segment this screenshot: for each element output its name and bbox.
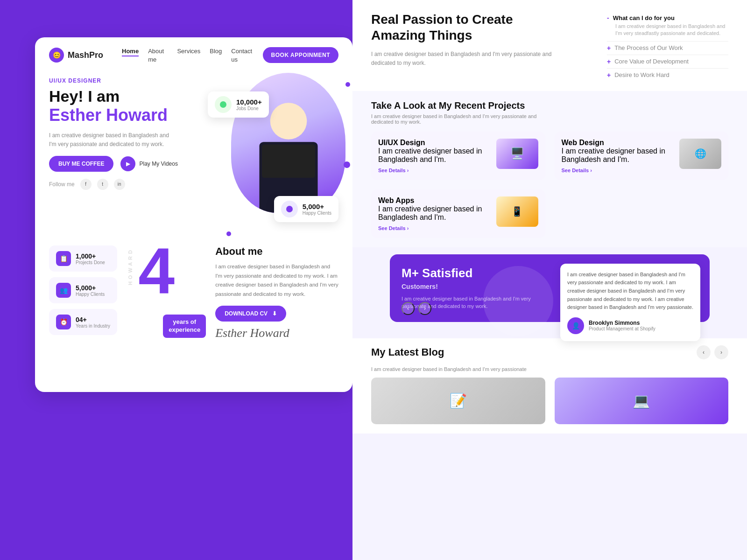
see-details-uiux[interactable]: See Details › [378,168,491,173]
projects-icon: 📋 [56,251,71,266]
project-info-webdesign: Web Design I am creative designer based … [562,139,674,173]
passion-inner: Real Passion to Create Amazing Things I … [371,12,728,82]
stat-label-jobs: Jobs Done [236,106,262,111]
clients-mini-icon: 👥 [56,283,71,298]
stat-num-clients: 5,000+ [303,203,331,210]
testimonial-blob [483,266,553,336]
stats-column: 📋 1,000+ Projects Done 👥 5,000+ Happy Cl… [49,245,117,340]
mini-stat-clients-info: 5,000+ Happy Clients [76,284,105,297]
accordion-item-3[interactable]: + Desire to Work Hard [607,69,728,82]
blog-prev-button[interactable]: ‹ [697,345,711,359]
linkedin-icon[interactable]: in [114,179,125,190]
twitter-icon[interactable]: t [97,179,108,190]
blog-card-1[interactable]: 📝 [371,378,545,424]
stat-info-jobs: 10,000+ Jobs Done [236,98,262,111]
blog-next-button[interactable]: › [714,345,728,359]
years-icon: ⏰ [56,315,71,329]
main-left-card: 😊 MashPro Home About me Services Blog Co… [35,37,352,392]
about-section: 📋 1,000+ Projects Done 👥 5,000+ Happy Cl… [35,236,352,350]
testimonial-author: 👤 Brooklyn Simmons Product Management at… [567,317,693,334]
svg-rect-4 [261,145,315,178]
hero-description: I am creative designer based in Banglade… [49,131,170,149]
download-icon: ⬇ [272,310,277,317]
stat-circle-jobs [215,96,232,113]
jobs-icon [219,100,227,109]
facebook-icon[interactable]: f [80,179,92,190]
stat-card-clients: 5,000+ Happy Clients [274,196,338,222]
project-card-webapps: Web Apps I am creative designer based in… [371,189,545,238]
testimonial-card-text: I am creative designer based in Banglade… [567,271,693,312]
years-badge: years ofexperience [163,315,206,338]
nav-item-contact[interactable]: Contact us [231,47,253,63]
blog-description: I am creative designer based in Banglade… [371,366,728,372]
big-number-area: 4 HOWARD years ofexperience [127,245,206,340]
svg-point-6 [286,206,293,212]
blog-grid: 📝 💻 [371,378,728,424]
howard-watermark: HOWARD [127,248,133,285]
accordion-item-1[interactable]: + The Process of Our Work [607,42,728,55]
blog-section: My Latest Blog ‹ › I am creative designe… [352,338,747,434]
nav-item-about[interactable]: About me [148,47,168,63]
testimonial-prev-button[interactable]: ‹ [402,302,415,315]
dot-4 [226,231,231,236]
stat-info-clients: 5,000+ Happy Clients [303,203,331,216]
right-panel: Real Passion to Create Amazing Things I … [352,0,747,560]
accordion-item-2[interactable]: + Core Value of Development [607,55,728,69]
logo-icon: 😊 [49,48,64,63]
follow-label: Follow me [49,181,75,188]
signature: Esther Howard [215,326,338,340]
project-thumb-webdesign: 🌐 [679,139,721,169]
mini-stat-projects-info: 1,000+ Projects Done [76,252,105,265]
mini-stat-clients: 👥 5,000+ Happy Clients [49,277,117,303]
logo[interactable]: 😊 MashPro [49,48,103,63]
project-thumb-webapps: 📱 [496,196,538,227]
stat-circle-clients [281,201,298,217]
arrow-right-icon-3: › [407,225,409,231]
dot-3 [344,161,350,168]
dot-1 [345,82,350,87]
nav-item-home[interactable]: Home [122,47,139,63]
accordion-title-0: - What can I do for you [607,14,728,21]
project-card-uiux: UI/UX Design I am creative designer base… [371,132,545,180]
projects-description: I am creative designer based in Banglade… [371,113,549,125]
nav-item-services[interactable]: Services [177,47,200,63]
see-details-webdesign[interactable]: See Details › [562,168,674,173]
projects-section: Take A Look at My Recent Projects I am c… [352,91,747,247]
testimonial-wrapper: M+ Satisfied Customers! I am creative de… [352,247,747,338]
nav-links: Home About me Services Blog Contact us [122,47,254,63]
projects-title: Take A Look at My Recent Projects [371,100,728,111]
about-title: About me [215,245,338,258]
nav-item-blog[interactable]: Blog [210,47,222,63]
download-cv-button[interactable]: DOWNLOAD CV ⬇ [215,306,286,322]
project-info-uiux: UI/UX Design I am creative designer base… [378,139,491,173]
testimonial-next-button[interactable]: › [418,302,431,315]
accordion-list: - What can I do for you I am creative de… [607,12,728,82]
author-info: Brooklyn Simmons Product Management at S… [589,320,655,331]
about-text-column: About me I am creative designer based in… [215,245,338,340]
clients-icon [285,205,294,213]
logo-text: MashPro [68,50,103,60]
stat-label-clients: Happy Clients [303,210,331,216]
accordion-title-3: + Desire to Work Hard [607,71,728,79]
big-4: 4 [138,238,175,304]
blog-card-2[interactable]: 💻 [555,378,729,424]
blog-header: My Latest Blog ‹ › [371,345,728,359]
book-appointment-button[interactable]: BOOK APPOINMENT [263,47,338,63]
see-details-webapps[interactable]: See Details › [378,225,491,231]
accordion-desc-0: I am creative designer based in Banglade… [615,23,728,37]
blog-title: My Latest Blog [371,346,444,358]
testimonial-nav: ‹ › [402,302,431,315]
passion-title: Real Passion to Create Amazing Things [371,12,567,43]
passion-content: Real Passion to Create Amazing Things I … [371,12,567,82]
mini-stat-projects: 📋 1,000+ Projects Done [49,245,117,272]
accordion-title-2: + Core Value of Development [607,58,728,65]
play-button[interactable]: ▶ Play My Videos [120,156,177,171]
mini-stat-years: ⏰ 04+ Years in Industry [49,309,117,335]
projects-grid: UI/UX Design I am creative designer base… [371,132,728,238]
blog-nav: ‹ › [697,345,728,359]
author-name: Brooklyn Simmons [589,320,655,326]
stat-num-jobs: 10,000+ [236,98,262,106]
coffee-button[interactable]: BUY ME COFFEE [49,156,113,172]
accordion-item-0[interactable]: - What can I do for you I am creative de… [607,12,728,42]
play-circle-icon: ▶ [120,156,135,171]
